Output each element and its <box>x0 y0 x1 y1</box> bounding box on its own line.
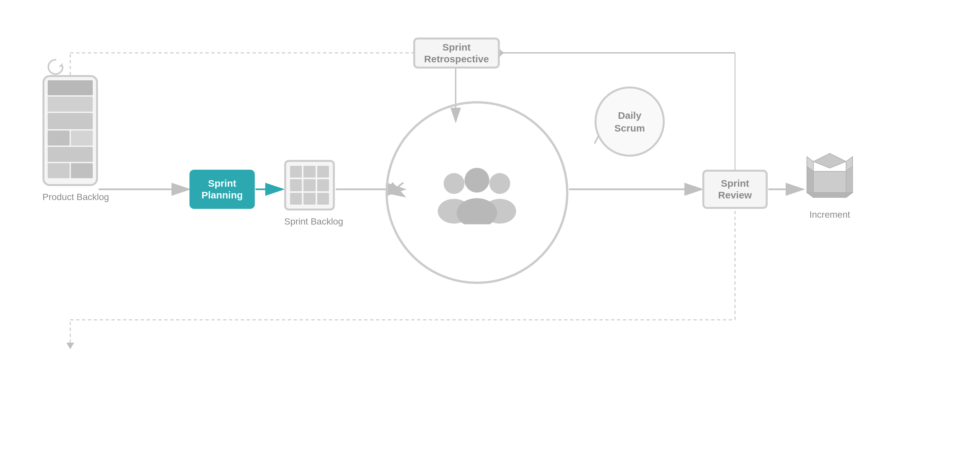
product-backlog-label: Product Backlog <box>43 192 109 202</box>
daily-scrum: DailyScrum <box>595 86 665 157</box>
sprint-circle-border <box>385 101 568 284</box>
product-backlog-device <box>43 75 98 186</box>
svg-marker-29 <box>813 153 846 168</box>
sprint-backlog-label: Sprint Backlog <box>284 216 343 227</box>
svg-marker-35 <box>807 193 853 197</box>
sprint-circle <box>385 101 568 284</box>
people-svg <box>431 165 523 224</box>
sprint-review-label: Sprint Review <box>704 178 766 201</box>
team-icon <box>431 165 523 225</box>
sprint-review: Sprint Review <box>702 170 768 209</box>
refresh-icon <box>46 57 65 77</box>
sprint-planning: Sprint Planning <box>189 170 255 209</box>
increment-label: Increment <box>803 209 856 220</box>
sprint-review-box: Sprint Review <box>702 170 768 209</box>
product-backlog: Product Backlog <box>43 75 109 202</box>
svg-marker-22 <box>59 63 63 67</box>
svg-marker-10 <box>500 49 504 57</box>
sprint-planning-box: Sprint Planning <box>189 170 255 209</box>
increment: Increment <box>803 150 856 220</box>
sprint-backlog: Sprint Backlog <box>284 160 343 227</box>
svg-point-23 <box>444 173 465 194</box>
sprint-retrospective: SprintRetrospective <box>413 38 500 68</box>
daily-scrum-label: DailyScrum <box>614 109 645 135</box>
sprint-backlog-box <box>284 160 335 211</box>
svg-point-27 <box>465 168 489 193</box>
sprint-retro-box: SprintRetrospective <box>413 38 500 68</box>
svg-marker-19 <box>66 343 74 349</box>
diagram-container: Product Backlog Sprint Planning Sprint B… <box>0 0 980 452</box>
increment-box-icon <box>803 150 856 202</box>
sprint-retro-label: SprintRetrospective <box>424 41 489 65</box>
sprint-planning-label: Sprint Planning <box>189 178 255 201</box>
daily-scrum-circle: DailyScrum <box>595 86 665 157</box>
svg-point-25 <box>489 173 510 194</box>
